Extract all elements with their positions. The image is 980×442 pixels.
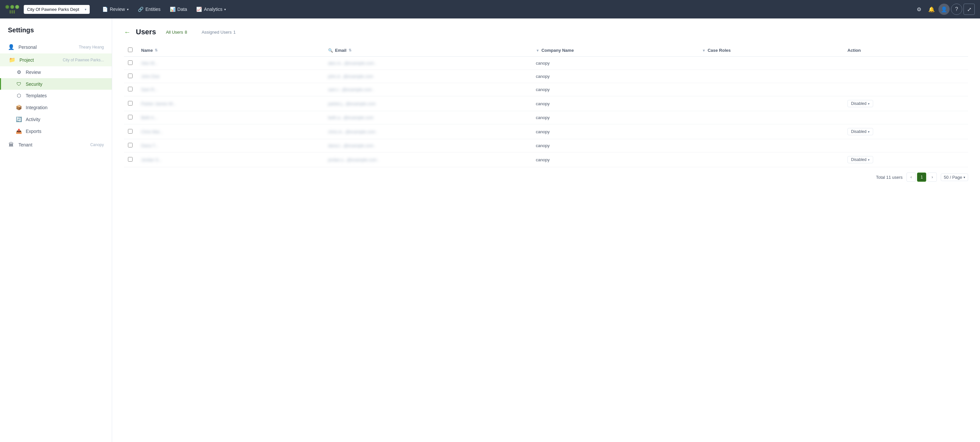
cell-name: Sam R... bbox=[137, 83, 324, 96]
cell-roles bbox=[698, 111, 843, 124]
row-checkbox[interactable] bbox=[128, 61, 132, 65]
sidebar-item-templates[interactable]: ⬡ Templates bbox=[0, 90, 112, 102]
email-sort-icon[interactable]: ⇅ bbox=[348, 48, 352, 53]
sidebar-item-activity[interactable]: 🔄 Activity bbox=[0, 113, 112, 125]
activity-icon: 🔄 bbox=[16, 116, 22, 122]
personal-label: Personal bbox=[19, 45, 75, 50]
cell-company: canopy bbox=[532, 83, 698, 96]
disabled-badge[interactable]: Disabled ▾ bbox=[848, 100, 873, 107]
cell-roles bbox=[698, 83, 843, 96]
cell-name: Jordan S... bbox=[137, 152, 324, 167]
email-col-label: Email bbox=[335, 48, 347, 53]
users-table: Name ⇅ 🔍 Email ⇅ ▼ bbox=[124, 44, 968, 167]
sidebar-item-personal[interactable]: 👤 Personal Theary Heang bbox=[0, 41, 112, 53]
expand-button[interactable]: ⤢ bbox=[964, 4, 975, 15]
table-row: Alex M...alex.m...@example.com .canopy bbox=[124, 57, 968, 70]
cell-action bbox=[843, 70, 968, 83]
current-page: 1 bbox=[921, 175, 923, 179]
sidebar-item-integration[interactable]: 📦 Integration bbox=[0, 102, 112, 113]
row-checkbox[interactable] bbox=[128, 143, 132, 147]
sidebar-item-tenant[interactable]: 🏛 Tenant Canopy bbox=[0, 139, 112, 151]
analytics-arrow-icon: ▾ bbox=[224, 8, 226, 11]
page-size-selector[interactable]: 50 / Page ▾ bbox=[941, 174, 968, 181]
cell-action: Disabled ▾ bbox=[843, 152, 968, 167]
col-header-action: Action bbox=[843, 44, 968, 57]
select-all-checkbox[interactable] bbox=[128, 48, 132, 52]
prev-page-button[interactable]: ‹ bbox=[907, 172, 916, 182]
row-checkbox[interactable] bbox=[128, 157, 132, 162]
topnav-right: ⚙ 🔔 👤 ? ⤢ bbox=[913, 4, 975, 15]
cell-roles bbox=[698, 139, 843, 152]
name-col-label: Name bbox=[141, 48, 153, 53]
topnav: City Of Pawnee Parks Dept ▾ 📄 Review ▾ 🔗… bbox=[0, 0, 980, 19]
org-selector[interactable]: City Of Pawnee Parks Dept ▾ bbox=[24, 5, 90, 14]
shield-icon: 🛡 bbox=[16, 81, 22, 87]
page-size-arrow-icon: ▾ bbox=[964, 176, 965, 179]
nav-analytics[interactable]: 📈 Analytics ▾ bbox=[192, 4, 231, 14]
table-row: Jordan S...jordan.s...@example.com .cano… bbox=[124, 152, 968, 167]
cell-action bbox=[843, 111, 968, 124]
table-footer: Total 11 users ‹ 1 › 50 / Page ▾ bbox=[124, 167, 968, 187]
activity-label: Activity bbox=[26, 117, 40, 122]
project-label: Project bbox=[19, 57, 59, 63]
sidebar-item-review[interactable]: ⚙ Review bbox=[0, 66, 112, 78]
sidebar-item-project[interactable]: 📁 Project City of Pawnee Parks... bbox=[0, 53, 112, 66]
row-checkbox[interactable] bbox=[128, 101, 132, 105]
tab-all-users[interactable]: All Users 8 bbox=[161, 29, 192, 36]
cell-company: canopy bbox=[532, 152, 698, 167]
cell-email: sam.r...@example.com . bbox=[324, 83, 532, 96]
next-page-button[interactable]: › bbox=[928, 172, 937, 182]
nav-data[interactable]: 📊 Data bbox=[165, 4, 192, 14]
settings-panel: Settings 👤 Personal Theary Heang 📁 Proje… bbox=[0, 19, 112, 442]
cell-company: canopy bbox=[532, 124, 698, 139]
help-button[interactable]: ? bbox=[951, 4, 962, 15]
cell-company: canopy bbox=[532, 96, 698, 111]
cell-name: Dana T... bbox=[137, 139, 324, 152]
cell-email: beth.a...@example.com bbox=[324, 111, 532, 124]
analytics-label: Analytics bbox=[204, 6, 222, 12]
row-checkbox[interactable] bbox=[128, 73, 132, 78]
logo bbox=[5, 5, 19, 14]
topnav-menu: 📄 Review ▾ 🔗 Entities 📊 Data 📈 Analytics… bbox=[98, 4, 231, 14]
total-users-label: Total 11 users bbox=[876, 175, 902, 180]
company-col-label: Company Name bbox=[541, 48, 574, 53]
name-sort-icon[interactable]: ⇅ bbox=[155, 48, 158, 53]
sidebar-item-security[interactable]: 🛡 Security bbox=[0, 78, 112, 90]
users-header: ← Users All Users 8 Assigned Users 1 bbox=[124, 28, 968, 36]
sidebar-item-exports[interactable]: 📤 Exports bbox=[0, 125, 112, 137]
cell-company: canopy bbox=[532, 111, 698, 124]
content-area: ← Users All Users 8 Assigned Users 1 bbox=[112, 19, 980, 442]
back-button[interactable]: ← bbox=[124, 29, 130, 36]
disabled-badge[interactable]: Disabled ▾ bbox=[848, 128, 873, 135]
row-checkbox[interactable] bbox=[128, 129, 132, 134]
roles-filter-icon[interactable]: ▼ bbox=[702, 48, 706, 53]
cell-action bbox=[843, 139, 968, 152]
cell-roles bbox=[698, 96, 843, 111]
nav-review[interactable]: 📄 Review ▾ bbox=[98, 4, 133, 14]
tenant-sublabel: Canopy bbox=[90, 142, 104, 147]
settings-button[interactable]: ⚙ bbox=[913, 4, 924, 15]
roles-col-label: Case Roles bbox=[708, 48, 731, 53]
col-header-name: Name ⇅ bbox=[137, 44, 324, 57]
review-arrow-icon: ▾ bbox=[127, 8, 129, 11]
disabled-badge[interactable]: Disabled ▾ bbox=[848, 156, 873, 163]
row-checkbox[interactable] bbox=[128, 115, 132, 120]
page-nav: ‹ 1 › bbox=[907, 172, 937, 182]
col-header-company: ▼ Company Name bbox=[532, 44, 698, 57]
integration-icon: 📦 bbox=[16, 105, 22, 110]
page-1-button[interactable]: 1 bbox=[917, 172, 926, 182]
entities-label: Entities bbox=[145, 6, 161, 12]
tab-assigned-count: 1 bbox=[233, 30, 235, 35]
notifications-button[interactable]: 🔔 bbox=[926, 4, 937, 15]
nav-entities[interactable]: 🔗 Entities bbox=[133, 4, 165, 14]
cell-email: jordan.s...@example.com . bbox=[324, 152, 532, 167]
cell-action bbox=[843, 83, 968, 96]
data-icon: 📊 bbox=[170, 6, 175, 12]
review-icon: 📄 bbox=[102, 6, 108, 12]
cell-company: canopy bbox=[532, 70, 698, 83]
profile-button[interactable]: 👤 bbox=[939, 4, 950, 15]
row-checkbox[interactable] bbox=[128, 87, 132, 91]
main-layout: Settings 👤 Personal Theary Heang 📁 Proje… bbox=[0, 19, 980, 442]
tab-assigned-users[interactable]: Assigned Users 1 bbox=[197, 29, 240, 36]
company-filter-icon[interactable]: ▼ bbox=[536, 48, 539, 53]
